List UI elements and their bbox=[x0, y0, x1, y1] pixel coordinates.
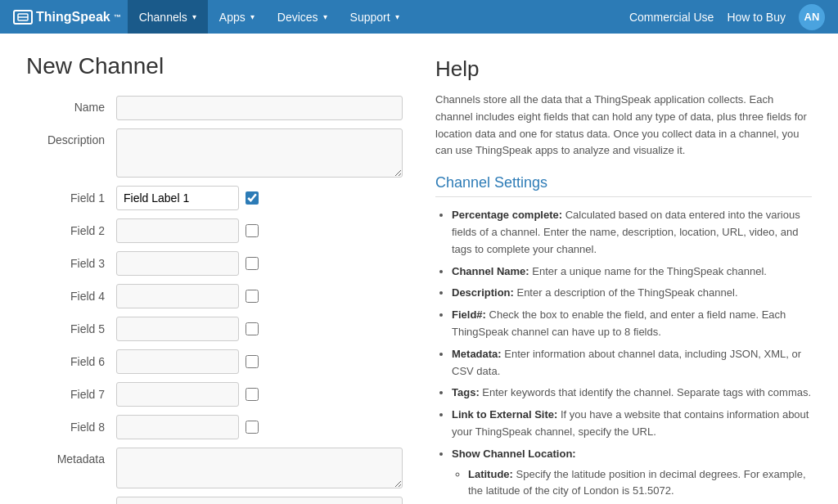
field7-label: Field 7 bbox=[26, 388, 116, 401]
list-item-location-bold: Show Channel Location: bbox=[452, 448, 576, 460]
name-group: Name bbox=[26, 96, 403, 120]
field5-input[interactable] bbox=[116, 317, 239, 341]
metadata-group: Metadata bbox=[26, 448, 403, 488]
field3-row: Field 3 bbox=[26, 251, 403, 276]
nav-channels-caret: ▾ bbox=[192, 12, 196, 21]
list-item-location: Show Channel Location: Latitude: Specify… bbox=[452, 446, 812, 504]
name-label: Name bbox=[26, 96, 116, 114]
field2-checkbox[interactable] bbox=[246, 224, 259, 237]
field6-row: Field 6 bbox=[26, 349, 403, 374]
field1-input[interactable] bbox=[116, 186, 239, 210]
field8-label: Field 8 bbox=[26, 421, 116, 434]
tags-group: Tags bbox=[26, 497, 403, 504]
how-to-buy-link[interactable]: How to Buy bbox=[727, 11, 786, 24]
left-panel: New Channel Name Description Field 1 Fie… bbox=[26, 53, 403, 504]
main-content: New Channel Name Description Field 1 Fie… bbox=[0, 34, 838, 504]
field7-checkbox[interactable] bbox=[246, 388, 259, 401]
field6-input[interactable] bbox=[116, 349, 239, 374]
list-item-bold: Field#: bbox=[452, 308, 486, 321]
field7-input[interactable] bbox=[116, 382, 239, 407]
list-item: Field#: Check the box to enable the fiel… bbox=[452, 307, 812, 341]
commercial-use-link[interactable]: Commercial Use bbox=[629, 11, 714, 24]
brand-logo[interactable]: ThingSpeak™ bbox=[13, 10, 121, 25]
nav-support-caret: ▾ bbox=[395, 12, 399, 21]
field1-checkbox[interactable] bbox=[246, 191, 259, 205]
nav-apps-label: Apps bbox=[219, 11, 246, 24]
field2-row: Field 2 bbox=[26, 218, 403, 243]
description-textarea[interactable] bbox=[116, 128, 403, 178]
list-item-bold: Tags: bbox=[452, 386, 480, 398]
field1-label: Field 1 bbox=[26, 191, 116, 205]
nav-devices[interactable]: Devices ▾ bbox=[266, 0, 339, 34]
sublist-item: Latitude: Specify the latitude position … bbox=[468, 466, 812, 501]
field4-label: Field 4 bbox=[26, 290, 116, 303]
field6-label: Field 6 bbox=[26, 355, 116, 368]
name-input[interactable] bbox=[116, 96, 403, 120]
list-item: Metadata: Enter information about channe… bbox=[452, 346, 812, 380]
nav-devices-label: Devices bbox=[277, 11, 318, 24]
list-item-text: Enter keywords that identify the channel… bbox=[480, 386, 811, 398]
page-title: New Channel bbox=[26, 53, 403, 79]
brand-tm: ™ bbox=[114, 13, 121, 21]
list-item: Percentage complete: Calculated based on… bbox=[452, 207, 812, 258]
list-item-bold: Percentage complete: bbox=[452, 209, 562, 221]
navbar: ThingSpeak™ Channels ▾ Apps ▾ Devices ▾ … bbox=[0, 0, 838, 34]
list-item-bold: Channel Name: bbox=[452, 265, 529, 277]
sublist-item-text: Specify the latitude position in decimal… bbox=[468, 468, 806, 497]
tags-input[interactable] bbox=[116, 497, 403, 504]
nav-devices-caret: ▾ bbox=[323, 12, 327, 21]
nav-apps-caret: ▾ bbox=[250, 12, 255, 21]
list-item-text: Check the box to enable the field, and e… bbox=[452, 308, 786, 338]
field2-input[interactable] bbox=[116, 218, 239, 243]
field4-input[interactable] bbox=[116, 284, 239, 308]
field3-checkbox[interactable] bbox=[246, 257, 259, 270]
brand-icon bbox=[13, 10, 33, 25]
user-avatar[interactable]: AN bbox=[799, 4, 825, 30]
field5-checkbox[interactable] bbox=[246, 322, 259, 335]
list-item-bold: Metadata: bbox=[452, 348, 502, 360]
field3-input[interactable] bbox=[116, 251, 239, 276]
help-sublist: Latitude: Specify the latitude position … bbox=[452, 466, 812, 504]
brand-name: ThingSpeak bbox=[36, 10, 110, 25]
field2-label: Field 2 bbox=[26, 224, 116, 237]
field3-label: Field 3 bbox=[26, 257, 116, 270]
field5-label: Field 5 bbox=[26, 322, 116, 335]
list-item-text: Enter a unique name for the ThingSpeak c… bbox=[529, 265, 767, 277]
list-item-text: Enter a description of the ThingSpeak ch… bbox=[514, 286, 738, 299]
help-description: Channels store all the data that a Thing… bbox=[435, 92, 812, 160]
field6-checkbox[interactable] bbox=[246, 355, 259, 368]
field5-row: Field 5 bbox=[26, 317, 403, 341]
metadata-textarea[interactable] bbox=[116, 448, 403, 488]
description-label: Description bbox=[26, 128, 116, 146]
nav-apps[interactable]: Apps ▾ bbox=[208, 0, 266, 34]
field8-row: Field 8 bbox=[26, 415, 403, 439]
help-channel-settings-title: Channel Settings bbox=[435, 174, 812, 197]
field8-input[interactable] bbox=[116, 415, 239, 439]
nav-support[interactable]: Support ▾ bbox=[339, 0, 411, 34]
list-item-text: Enter information about channel data, in… bbox=[452, 348, 801, 377]
help-list: Percentage complete: Calculated based on… bbox=[435, 207, 812, 504]
list-item: Tags: Enter keywords that identify the c… bbox=[452, 385, 812, 402]
nav-support-label: Support bbox=[350, 11, 390, 24]
description-group: Description bbox=[26, 128, 403, 178]
metadata-label: Metadata bbox=[26, 448, 116, 466]
field7-row: Field 7 bbox=[26, 382, 403, 407]
field8-checkbox[interactable] bbox=[246, 421, 259, 434]
field4-checkbox[interactable] bbox=[246, 290, 259, 303]
list-item-bold: Description: bbox=[452, 286, 514, 299]
list-item-bold: Link to External Site: bbox=[452, 408, 557, 421]
list-item: Description: Enter a description of the … bbox=[452, 285, 812, 302]
field1-row: Field 1 bbox=[26, 186, 403, 210]
navbar-left: ThingSpeak™ Channels ▾ Apps ▾ Devices ▾ … bbox=[13, 0, 411, 34]
navbar-right: Commercial Use How to Buy AN bbox=[629, 4, 825, 30]
nav-channels[interactable]: Channels ▾ bbox=[128, 0, 208, 34]
tags-label: Tags bbox=[26, 497, 116, 504]
help-title: Help bbox=[435, 56, 812, 82]
right-panel: Help Channels store all the data that a … bbox=[435, 53, 812, 504]
nav-channels-label: Channels bbox=[139, 11, 187, 24]
list-item: Channel Name: Enter a unique name for th… bbox=[452, 263, 812, 281]
field4-row: Field 4 bbox=[26, 284, 403, 308]
list-item: Link to External Site: If you have a web… bbox=[452, 407, 812, 441]
sublist-item-bold: Latitude: bbox=[468, 468, 513, 480]
